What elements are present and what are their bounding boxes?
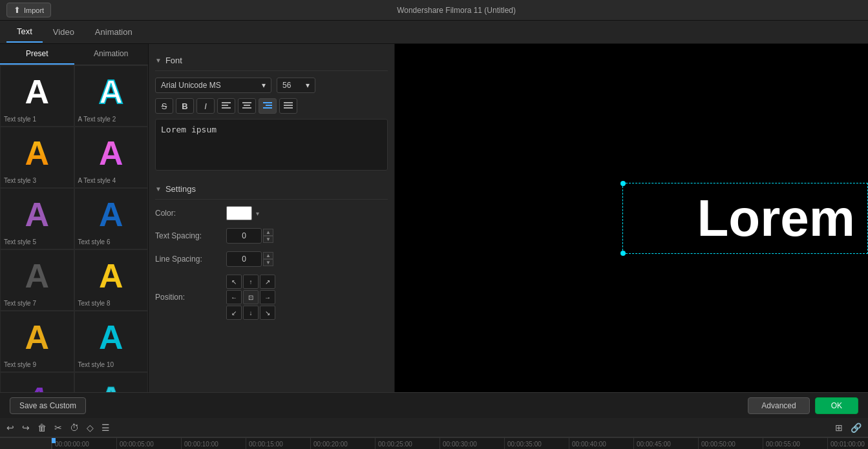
pos-middle-left[interactable]: ← xyxy=(226,290,242,304)
line-spacing-down[interactable]: ▼ xyxy=(263,259,273,266)
toolbar: ↩ ↪ 🗑 ✂ ⏱ ◇ ☰ ⊞ 🔗 xyxy=(0,418,868,437)
font-size-value: 56 xyxy=(282,81,291,90)
list-item[interactable]: A Text style 6 xyxy=(74,188,149,249)
pos-top-left[interactable]: ↖ xyxy=(226,275,242,289)
font-family-row: Arial Unicode MS ▾ 56 ▾ xyxy=(155,78,388,93)
align-right-button[interactable] xyxy=(259,98,277,114)
style-letter-2: A xyxy=(78,69,145,114)
align-center-button[interactable] xyxy=(238,98,256,114)
color-swatch[interactable] xyxy=(226,206,252,220)
style-letter-9: A xyxy=(4,315,70,360)
svg-rect-8 xyxy=(263,107,272,109)
text-spacing-control: ▲ ▼ xyxy=(226,228,273,244)
text-spacing-input[interactable] xyxy=(226,228,262,244)
font-collapse-arrow: ▼ xyxy=(155,57,162,64)
style-label-10: Text style 10 xyxy=(78,361,114,368)
pos-top-center[interactable]: ↑ xyxy=(243,275,259,289)
font-section-header[interactable]: ▼ Font xyxy=(155,50,388,71)
pos-bottom-center[interactable]: ↓ xyxy=(243,306,259,320)
history-button[interactable]: ⏱ xyxy=(70,423,79,433)
menu-button[interactable]: ☰ xyxy=(101,423,110,433)
pos-middle-right[interactable]: → xyxy=(260,290,275,304)
clip-button[interactable]: ◇ xyxy=(87,423,94,433)
pos-bottom-left[interactable]: ↙ xyxy=(226,306,242,320)
import-label: Import xyxy=(24,6,44,14)
time-mark-6: 00:00:30:00 xyxy=(439,438,504,449)
sub-tab-preset[interactable]: Preset xyxy=(0,44,74,65)
svg-rect-2 xyxy=(222,107,231,109)
style-letter-6: A xyxy=(78,192,145,237)
text-input[interactable] xyxy=(155,119,388,171)
tab-text[interactable]: Text xyxy=(6,21,43,43)
list-item[interactable]: A Text style 8 xyxy=(74,249,149,311)
settings-section-header[interactable]: ▼ Settings xyxy=(155,179,388,200)
sub-tabs: Preset Animation xyxy=(0,44,148,65)
list-item[interactable]: A Text style 10 xyxy=(74,311,149,372)
save-custom-button[interactable]: Save as Custom xyxy=(10,397,86,414)
time-mark-5: 00:00:25:00 xyxy=(375,438,439,449)
color-label: Color: xyxy=(155,209,226,218)
pos-bottom-right[interactable]: ↘ xyxy=(260,306,275,320)
list-item[interactable]: A Text style 9 xyxy=(0,311,74,372)
style-letter-4: A xyxy=(78,131,145,176)
text-spacing-down[interactable]: ▼ xyxy=(263,236,273,243)
line-spacing-up[interactable]: ▲ xyxy=(263,252,273,259)
list-item[interactable]: A Text style 5 xyxy=(0,188,74,249)
list-item[interactable]: A Text style 11 xyxy=(0,372,74,392)
import-icon: ⬆ xyxy=(14,5,21,15)
style-letter-5: A xyxy=(4,192,70,237)
time-mark-12: 00:01:00:00 xyxy=(827,438,868,449)
italic-button[interactable]: I xyxy=(196,98,215,114)
delete-button[interactable]: 🗑 xyxy=(37,423,47,433)
list-item[interactable]: A A Text style 4 xyxy=(74,127,149,188)
grid-button[interactable]: ⊞ xyxy=(835,423,843,433)
tab-animation[interactable]: Animation xyxy=(85,22,143,42)
advanced-button[interactable]: Advanced xyxy=(748,397,809,414)
line-spacing-input[interactable] xyxy=(226,251,262,267)
redo-button[interactable]: ↪ xyxy=(22,423,30,433)
bold-button[interactable]: B xyxy=(176,98,194,114)
ok-button[interactable]: OK xyxy=(815,397,858,414)
style-label-7: Text style 7 xyxy=(4,300,36,307)
list-item[interactable]: A Text style 12 xyxy=(74,372,149,392)
align-left-button[interactable] xyxy=(217,98,235,114)
position-grid: ↖ ↑ ↗ ← ⊡ → ↙ ↓ ↘ xyxy=(226,275,275,320)
app-title: Wondershare Filmora 11 (Untitled) xyxy=(51,6,862,15)
tab-video[interactable]: Video xyxy=(43,22,85,42)
line-spacing-spinner: ▲ ▼ xyxy=(263,252,273,266)
time-markers: 00:00:00:00 00:00:05:00 00:00:10:00 00:0… xyxy=(52,438,868,449)
list-item[interactable]: A Text style 1 xyxy=(0,65,74,127)
pos-middle-center[interactable]: ⊡ xyxy=(243,290,259,304)
line-spacing-row: Line Spacing: ▲ ▼ xyxy=(155,251,388,267)
list-item[interactable]: A A Text style 2 xyxy=(74,65,149,127)
strikethrough-button[interactable]: S xyxy=(155,98,173,114)
style-label-1: Text style 1 xyxy=(4,116,36,123)
time-mark-9: 00:00:45:00 xyxy=(633,438,698,449)
justify-button[interactable] xyxy=(279,98,297,114)
color-dropdown-arrow[interactable]: ▾ xyxy=(256,210,259,217)
undo-button[interactable]: ↩ xyxy=(6,423,14,433)
pos-top-right[interactable]: ↗ xyxy=(260,275,275,289)
bottom-bar: Save as Custom Advanced OK xyxy=(0,392,868,418)
font-family-select[interactable]: Arial Unicode MS ▾ xyxy=(155,78,271,93)
text-spacing-row: Text Spacing: ▲ ▼ xyxy=(155,228,388,244)
import-button[interactable]: ⬆ Import xyxy=(6,3,51,17)
list-item[interactable]: A Text style 3 xyxy=(0,127,74,188)
link-button[interactable]: 🔗 xyxy=(851,423,862,433)
settings-panel: ▼ Font Arial Unicode MS ▾ 56 ▾ S B I xyxy=(149,44,394,392)
style-label-3: Text style 3 xyxy=(4,177,36,184)
position-label: Position: xyxy=(155,293,226,302)
style-label-6: Text style 6 xyxy=(78,238,111,245)
text-spacing-up[interactable]: ▲ xyxy=(263,229,273,236)
settings-section-label: Settings xyxy=(165,184,196,194)
svg-rect-10 xyxy=(284,105,293,106)
text-spacing-label: Text Spacing: xyxy=(155,231,226,240)
list-item[interactable]: A Text style 7 xyxy=(0,249,74,311)
font-size-select[interactable]: 56 ▾ xyxy=(277,78,315,93)
cut-button[interactable]: ✂ xyxy=(54,423,62,433)
playhead[interactable] xyxy=(52,438,56,443)
style-letter-1: A xyxy=(4,69,70,114)
sub-tab-animation[interactable]: Animation xyxy=(74,44,149,65)
style-grid: A Text style 1 A A Text style 2 A Text s… xyxy=(0,65,148,392)
style-letter-10: A xyxy=(78,315,145,360)
